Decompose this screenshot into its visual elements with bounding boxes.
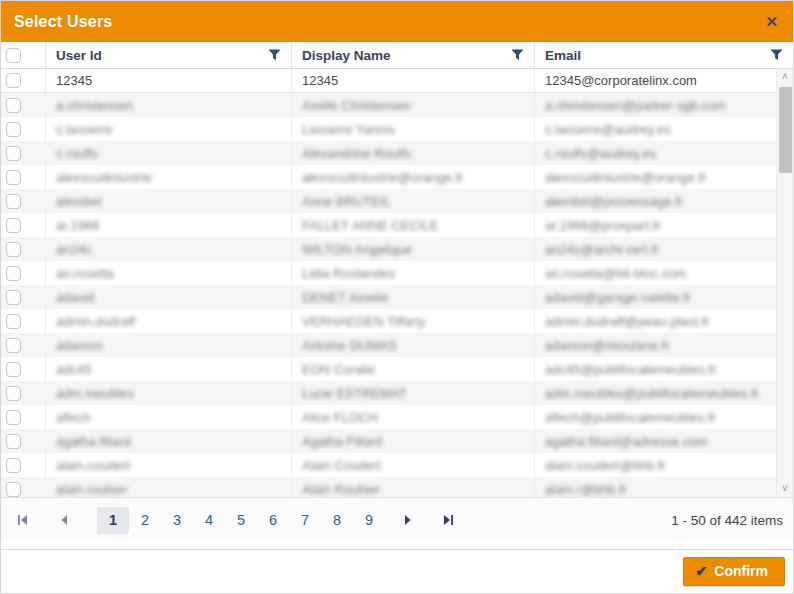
vertical-scrollbar[interactable]: ˄ ˅ bbox=[776, 69, 793, 497]
display-name-cell: Axelle Christensen bbox=[292, 93, 535, 117]
filter-icon[interactable] bbox=[770, 49, 783, 61]
user-id-cell: a.christensen bbox=[46, 93, 292, 117]
page-button-6[interactable]: 6 bbox=[257, 507, 289, 534]
confirm-label: Confirm bbox=[714, 563, 768, 579]
table-row[interactable]: adm.meublesLucie ESTREMATadm.meubles@pub… bbox=[1, 381, 776, 405]
table-row[interactable]: alain.rouhierAlain Rouhieralain.r@bhb.fr bbox=[1, 477, 776, 497]
table-header: User Id Display Name Email bbox=[1, 42, 793, 69]
row-checkbox[interactable] bbox=[6, 458, 21, 473]
check-icon: ✔ bbox=[696, 563, 708, 579]
table-row[interactable]: alexscudiniustriealexscudiniustrie@orang… bbox=[1, 165, 776, 189]
table-row[interactable]: ar.1966FALLET ANNE CECILEar.1966@proxpar… bbox=[1, 213, 776, 237]
table-row[interactable]: c.roulfsAlexandrine Roulfsc.roulfs@audre… bbox=[1, 141, 776, 165]
email-cell: 12345@corporatelinx.com bbox=[535, 69, 776, 92]
page-button-9[interactable]: 9 bbox=[353, 507, 385, 534]
dialog-footer: ✔ Confirm bbox=[1, 549, 793, 593]
page-button-8[interactable]: 8 bbox=[321, 507, 353, 534]
filter-icon[interactable] bbox=[511, 49, 524, 61]
table-row[interactable]: a.christensenAxelle Christensena.christe… bbox=[1, 93, 776, 117]
table-row[interactable]: adc45EON Coralieadc45@publifocalemeubles… bbox=[1, 357, 776, 381]
row-checkbox-cell bbox=[1, 453, 46, 477]
first-page-button[interactable] bbox=[11, 507, 33, 533]
table-row[interactable]: c.lasserreLasserre Yannisc.lasserre@audr… bbox=[1, 117, 776, 141]
row-checkbox[interactable] bbox=[6, 410, 21, 425]
email-cell: a.christensen@parker-sgb.com bbox=[535, 93, 776, 117]
table-row[interactable]: adamonAntoine DUMASadamon@mioulane.fr bbox=[1, 333, 776, 357]
table-row[interactable]: aflechAlice FLOCHaflech@publifocalemeubl… bbox=[1, 405, 776, 429]
scroll-down-icon[interactable]: ˅ bbox=[782, 481, 788, 497]
row-checkbox[interactable] bbox=[6, 266, 21, 281]
next-page-button[interactable] bbox=[397, 507, 419, 533]
confirm-button[interactable]: ✔ Confirm bbox=[683, 557, 785, 586]
column-header-display-name[interactable]: Display Name bbox=[292, 42, 535, 68]
display-name-cell: VERHAEGEN Tiffany bbox=[292, 309, 535, 333]
page-button-2[interactable]: 2 bbox=[129, 507, 161, 534]
table-row[interactable]: adavidDENET Amelieadavid@garage-valette.… bbox=[1, 285, 776, 309]
row-checkbox[interactable] bbox=[6, 170, 21, 185]
table-row[interactable]: an.rosettaLidia Rostandesan.rosetta@bti-… bbox=[1, 261, 776, 285]
email-cell: agatha.fillard@adresse.com bbox=[535, 429, 776, 453]
display-name-cell: EON Coralie bbox=[292, 357, 535, 381]
user-id-cell: 12345 bbox=[46, 69, 292, 92]
email-cell: an24c@archi-vert.fr bbox=[535, 237, 776, 261]
row-checkbox-cell bbox=[1, 237, 46, 261]
row-checkbox[interactable] bbox=[6, 242, 21, 257]
page-button-1[interactable]: 1 bbox=[97, 507, 129, 534]
row-checkbox-cell bbox=[1, 333, 46, 357]
page-button-3[interactable]: 3 bbox=[161, 507, 193, 534]
row-checkbox[interactable] bbox=[6, 98, 21, 113]
last-page-button[interactable] bbox=[437, 507, 459, 533]
row-checkbox-cell bbox=[1, 69, 46, 92]
row-checkbox[interactable] bbox=[6, 338, 21, 353]
row-checkbox[interactable] bbox=[6, 386, 21, 401]
row-checkbox[interactable] bbox=[6, 218, 21, 233]
table-row[interactable]: alembelAnne BRUTEILalembel@provensage.fr bbox=[1, 189, 776, 213]
display-name-cell: Alice FLOCH bbox=[292, 405, 535, 429]
column-header-user-id[interactable]: User Id bbox=[46, 42, 292, 68]
email-cell: adm.meubles@publifocalemeubles.fr bbox=[535, 381, 776, 405]
row-checkbox[interactable] bbox=[6, 290, 21, 305]
previous-page-button[interactable] bbox=[53, 507, 75, 533]
table-row[interactable]: agatha.fillardAgatha Fillardagatha.filla… bbox=[1, 429, 776, 453]
table-row[interactable]: 123451234512345@corporatelinx.com bbox=[1, 69, 776, 93]
column-label: User Id bbox=[56, 48, 102, 63]
select-users-dialog: Select Users ✕ User Id Display Name Emai… bbox=[0, 0, 794, 594]
close-icon[interactable]: ✕ bbox=[763, 12, 780, 31]
row-checkbox[interactable] bbox=[6, 434, 21, 449]
scroll-up-icon[interactable]: ˄ bbox=[782, 69, 788, 85]
row-checkbox[interactable] bbox=[6, 194, 21, 209]
user-id-cell: alain.rouhier bbox=[46, 477, 292, 497]
display-name-cell: FALLET ANNE CECILE bbox=[292, 213, 535, 237]
email-cell: adavid@garage-valette.fr bbox=[535, 285, 776, 309]
table-row[interactable]: admin.dudraffVERHAEGEN Tiffanyadmin.dudr… bbox=[1, 309, 776, 333]
page-button-5[interactable]: 5 bbox=[225, 507, 257, 534]
page-button-7[interactable]: 7 bbox=[289, 507, 321, 534]
row-checkbox[interactable] bbox=[6, 362, 21, 377]
row-checkbox[interactable] bbox=[6, 482, 21, 497]
table-row[interactable]: an24cWILTON Angeliquean24c@archi-vert.fr bbox=[1, 237, 776, 261]
email-cell: alembel@provensage.fr bbox=[535, 189, 776, 213]
user-id-cell: adavid bbox=[46, 285, 292, 309]
table-row[interactable]: alain.coudertAlain Coudertalain.coudert@… bbox=[1, 453, 776, 477]
scrollbar-thumb[interactable] bbox=[779, 87, 792, 173]
filter-icon[interactable] bbox=[268, 49, 281, 61]
display-name-cell: 12345 bbox=[292, 69, 535, 92]
select-all-checkbox[interactable] bbox=[6, 48, 21, 63]
row-checkbox[interactable] bbox=[6, 122, 21, 137]
row-checkbox-cell bbox=[1, 261, 46, 285]
display-name-cell: Agatha Fillard bbox=[292, 429, 535, 453]
row-checkbox-cell bbox=[1, 189, 46, 213]
column-header-email[interactable]: Email bbox=[535, 42, 793, 68]
row-checkbox-cell bbox=[1, 357, 46, 381]
page-button-4[interactable]: 4 bbox=[193, 507, 225, 534]
row-checkbox[interactable] bbox=[6, 146, 21, 161]
row-checkbox[interactable] bbox=[6, 314, 21, 329]
email-cell: ar.1966@proxpart.fr bbox=[535, 213, 776, 237]
email-cell: admin.dudraff@peau-plast.fr bbox=[535, 309, 776, 333]
row-checkbox[interactable] bbox=[6, 73, 21, 88]
row-checkbox-cell bbox=[1, 477, 46, 497]
user-id-cell: adm.meubles bbox=[46, 381, 292, 405]
user-id-cell: alembel bbox=[46, 189, 292, 213]
user-id-cell: c.lasserre bbox=[46, 117, 292, 141]
email-cell: c.lasserre@audrey.es bbox=[535, 117, 776, 141]
